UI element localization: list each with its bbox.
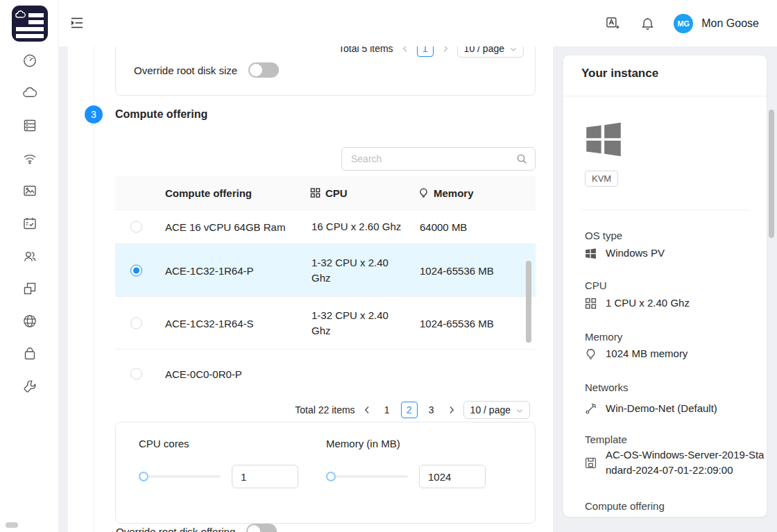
memory-label: Memory (in MB) bbox=[326, 438, 486, 449]
cpu-cores-label: CPU cores bbox=[139, 438, 298, 449]
chevron-right-icon[interactable] bbox=[439, 46, 452, 57]
template-label: Template bbox=[585, 434, 627, 445]
row-radio-checked[interactable] bbox=[130, 264, 142, 276]
col-compute-offering: Compute offering bbox=[165, 187, 252, 199]
cpu-value: 1 CPU x 2.40 Ghz bbox=[585, 297, 690, 309]
networks-label: Networks bbox=[585, 381, 629, 393]
row-radio[interactable] bbox=[130, 368, 142, 380]
offering-memory: 64000 MB bbox=[420, 221, 467, 233]
override-root-disk-size-row: Override root disk size bbox=[134, 62, 279, 78]
table-row-selected[interactable]: ACE-1C32-1R64-P 1-32 CPU x 2.40 Ghz 1024… bbox=[115, 244, 536, 297]
slider-handle[interactable] bbox=[139, 472, 148, 481]
override-root-disk-size-toggle[interactable] bbox=[248, 62, 279, 78]
pagination-total: Total 5 items bbox=[339, 46, 393, 54]
page-number-2-active[interactable]: 2 bbox=[401, 402, 418, 418]
memory-group: Memory (in MB) bbox=[326, 438, 486, 488]
bulb-icon bbox=[585, 348, 597, 360]
search-box bbox=[341, 147, 536, 171]
override-root-disk-size-label: Override root disk size bbox=[134, 65, 237, 76]
sidebar-nav bbox=[0, 53, 59, 394]
menu-unfold-icon[interactable] bbox=[69, 15, 85, 31]
divider bbox=[581, 209, 749, 210]
cpu-cores-group: CPU cores bbox=[139, 438, 298, 488]
override-root-disk-offering-toggle[interactable] bbox=[246, 524, 277, 532]
cloud-compute-icon[interactable] bbox=[22, 85, 37, 101]
memory-slider[interactable] bbox=[326, 472, 408, 481]
offering-name: ACE-1C32-1R64-S bbox=[165, 317, 254, 329]
dashboard-icon[interactable] bbox=[22, 53, 37, 68]
cpu-cores-input[interactable] bbox=[232, 465, 298, 488]
compute-offering-table: Compute offering CPU Memory ACE 16 vCPU … bbox=[115, 176, 536, 395]
cpu-grid-icon bbox=[585, 298, 597, 309]
table-scrollbar-thumb[interactable] bbox=[526, 261, 531, 343]
infrastructure-globe-icon[interactable] bbox=[22, 314, 37, 329]
projects-blocks-icon[interactable] bbox=[22, 281, 37, 296]
network-plug-icon bbox=[585, 403, 597, 415]
user-avatar[interactable]: MG bbox=[674, 14, 693, 33]
template-value: AC-OS-Windows-Server-2019-Standard-2024-… bbox=[585, 447, 768, 478]
override-root-disk-offering-row: Override root disk offering bbox=[116, 524, 277, 532]
top-bar: MG Mon Goose bbox=[59, 0, 777, 46]
storage-icon[interactable] bbox=[22, 118, 37, 133]
chevron-left-icon[interactable] bbox=[361, 402, 373, 418]
horizontal-scrollbar-thumb[interactable] bbox=[6, 522, 18, 528]
table-row[interactable]: ACE 16 vCPU 64GB Ram 16 CPU x 2.60 Ghz 6… bbox=[115, 210, 536, 244]
offerings-bag-icon[interactable] bbox=[22, 346, 37, 361]
translate-icon[interactable] bbox=[604, 15, 621, 32]
page-number-1[interactable]: 1 bbox=[379, 402, 395, 418]
page-number-active[interactable]: 1 bbox=[417, 46, 434, 57]
search-icon[interactable] bbox=[516, 153, 527, 164]
config-wrench-icon[interactable] bbox=[22, 379, 37, 394]
offering-name: ACE-0C0-0R0-P bbox=[165, 368, 242, 380]
user-name[interactable]: Mon Goose bbox=[701, 17, 759, 30]
search-input[interactable] bbox=[350, 153, 516, 165]
page-size-select[interactable]: 10 / page bbox=[463, 401, 530, 419]
override-root-disk-offering-label: Override root disk offering bbox=[116, 526, 235, 532]
chevron-down-icon bbox=[510, 46, 517, 54]
os-type-value: Windows PV bbox=[585, 247, 665, 259]
page-number-3[interactable]: 3 bbox=[423, 402, 440, 418]
events-calendar-icon[interactable] bbox=[22, 216, 37, 231]
app-screen: MG Mon Goose bbox=[0, 0, 777, 532]
page-scrollbar-thumb[interactable] bbox=[769, 110, 774, 238]
bell-icon[interactable] bbox=[639, 15, 656, 32]
table-header: Compute offering CPU Memory bbox=[115, 176, 536, 210]
offering-cpu: 16 CPU x 2.60 Ghz bbox=[311, 219, 436, 234]
step-title: Compute offering bbox=[115, 108, 207, 121]
offering-name: ACE-1C32-1R64-P bbox=[165, 264, 254, 276]
chevron-down-icon bbox=[516, 404, 523, 415]
table-row[interactable]: ACE-0C0-0R0-P bbox=[115, 350, 536, 395]
slider-handle[interactable] bbox=[326, 472, 336, 481]
cpu-cores-slider[interactable] bbox=[139, 472, 221, 481]
divider bbox=[563, 96, 767, 96]
app-logo[interactable] bbox=[12, 6, 48, 42]
memory-label: Memory bbox=[585, 331, 622, 343]
table-row[interactable]: ACE-1C32-1R64-S 1-32 CPU x 2.40 Ghz 1024… bbox=[115, 297, 536, 350]
offering-memory: 1024-65536 MB bbox=[420, 317, 494, 329]
cpu-grid-icon bbox=[310, 188, 321, 198]
offering-cpu: 1-32 CPU x 2.40 Ghz bbox=[311, 308, 403, 338]
disk-size-card: Total 5 items 1 10 / page Override root … bbox=[115, 46, 536, 96]
memory-input[interactable] bbox=[419, 465, 486, 488]
compute-offering-pagination: Total 22 items 1 2 3 10 / page bbox=[295, 401, 530, 419]
wizard-panel: Total 5 items 1 10 / page Override root … bbox=[68, 46, 553, 532]
images-icon[interactable] bbox=[22, 183, 37, 198]
chevron-left-icon[interactable] bbox=[399, 46, 411, 57]
pagination-total: Total 22 items bbox=[295, 404, 355, 415]
users-icon[interactable] bbox=[22, 248, 37, 264]
logo-cloud-icon bbox=[15, 10, 27, 19]
chevron-right-icon[interactable] bbox=[445, 402, 458, 418]
col-cpu: CPU bbox=[310, 187, 348, 199]
compute-offering-label: Compute offering bbox=[585, 500, 665, 512]
page-size-select[interactable]: 10 / page bbox=[457, 46, 524, 58]
hypervisor-tag: KVM bbox=[585, 171, 618, 187]
disk-offering-pagination: Total 5 items 1 10 / page bbox=[339, 46, 524, 57]
cpu-label: CPU bbox=[585, 280, 607, 291]
top-right-cluster: MG Mon Goose bbox=[604, 0, 759, 46]
network-wifi-icon[interactable] bbox=[22, 151, 37, 166]
custom-size-card: CPU cores Memory (in MB) bbox=[115, 422, 536, 524]
template-save-icon bbox=[585, 457, 597, 469]
row-radio[interactable] bbox=[130, 317, 142, 329]
bulb-icon bbox=[418, 188, 429, 198]
row-radio[interactable] bbox=[130, 221, 142, 233]
